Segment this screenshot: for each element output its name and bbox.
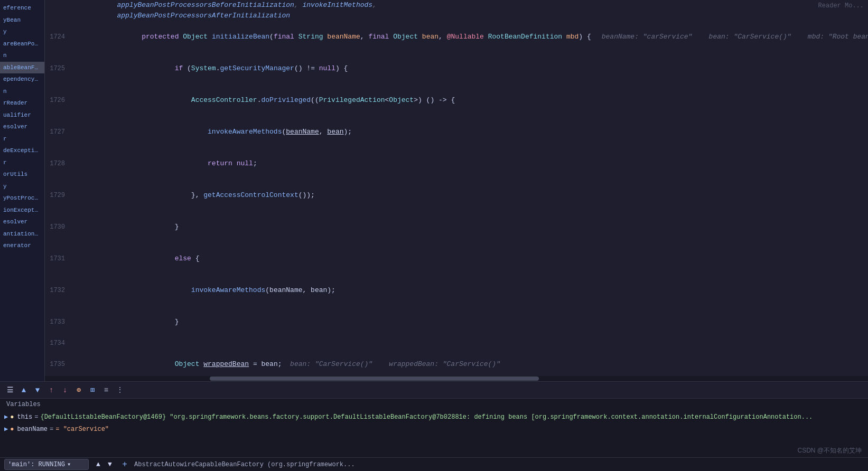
code-line-1724: 1724 protected Object initializeBean(fin…	[45, 21, 868, 53]
code-line-1733: 1733 }	[45, 306, 868, 338]
sidebar-item-2[interactable]: y	[0, 26, 44, 38]
var-name-beanname: beanName	[17, 425, 48, 435]
code-line-1731: 1731 else {	[45, 243, 868, 275]
sidebar-item-11[interactable]: r	[0, 133, 44, 145]
variable-row-beanname[interactable]: ▶ ● beanName = = "carService"	[0, 423, 868, 436]
var-type-icon-beanname: ●	[10, 425, 14, 435]
line-content-1728: return null;	[82, 148, 868, 180]
line-number-1731: 1731	[45, 253, 71, 264]
code-line-1728: 1728 return null;	[45, 148, 868, 180]
sidebar-item-7[interactable]: n	[0, 86, 44, 98]
variables-content: ▶ ● this = {DefaultListableBeanFactory@1…	[0, 410, 868, 457]
toolbar-btn-add-red[interactable]: ↑	[45, 384, 57, 396]
line-content-1727: invokeAwareMethods(beanName, bean);	[82, 116, 868, 148]
code-editor: Reader Mo... applyBeanPostProcessorsBefo…	[45, 0, 868, 381]
var-value-beanname: = "carService"	[55, 425, 109, 435]
add-frame-btn[interactable]: +	[119, 459, 130, 470]
toolbar-btn-down-blue[interactable]: ▼	[32, 384, 43, 396]
line-number-1725: 1725	[45, 63, 71, 74]
sidebar-item-17[interactable]: ionException	[0, 204, 44, 216]
thread-dropdown[interactable]: 'main': RUNNING ▾	[4, 459, 89, 470]
sidebar-item-1[interactable]: yBean	[0, 14, 44, 26]
editor-area: eference yBean y areBeanPostPro n ableBe…	[0, 0, 868, 381]
sidebar-item-18[interactable]: esolver	[0, 216, 44, 228]
line-number-1724: 1724	[45, 32, 71, 42]
thread-label: 'main': RUNNING	[8, 461, 65, 468]
line-content-1726: AccessController.doPrivileged((Privilege…	[82, 84, 868, 116]
code-line-1732: 1732 invokeAwareMethods(beanName, bean);	[45, 275, 868, 306]
code-line-top1: applyBeanPostProcessorsBeforeInitializat…	[45, 0, 868, 11]
sidebar-item-14[interactable]: orUtils	[0, 168, 44, 181]
line-content-1725: if (System.getSecurityManager() != null)…	[82, 53, 868, 84]
watermark: CSDN @不知名的艾坤	[797, 446, 862, 455]
line-number-1733: 1733	[45, 317, 71, 327]
sidebar-item-6[interactable]: ependencyDesc	[0, 73, 44, 86]
bottom-toolbar: ☰ ▲ ▼ ↑ ↓ ⊕ ⊞ ≡ ⋮	[0, 382, 868, 399]
toolbar-btn-menu[interactable]: ☰	[4, 384, 16, 396]
code-scroll-area[interactable]: applyBeanPostProcessorsBeforeInitializat…	[45, 0, 868, 376]
line-number-1732: 1732	[45, 285, 71, 296]
code-line-1734: 1734	[45, 338, 868, 348]
toolbar-btn-grid[interactable]: ⊞	[87, 384, 98, 396]
toolbar-btn-extra[interactable]: ⋮	[114, 384, 126, 396]
toolbar-btn-settings[interactable]: ≡	[100, 384, 112, 396]
line-number-1727: 1727	[45, 127, 71, 137]
code-line-1725: 1725 if (System.getSecurityManager() != …	[45, 53, 868, 84]
scrollbar-thumb	[210, 376, 539, 381]
sidebar-item-13[interactable]: r	[0, 157, 44, 169]
line-number-1729: 1729	[45, 190, 71, 201]
line-content: applyBeanPostProcessorsBeforeInitializat…	[82, 0, 868, 11]
sidebar-item-3[interactable]: areBeanPostPro	[0, 38, 44, 50]
code-line-1729: 1729 }, getAccessControlContext());	[45, 180, 868, 211]
variables-panel: Variables ▶ ● this = {DefaultListableBea…	[0, 399, 868, 457]
expand-icon-beanname[interactable]: ▶	[4, 425, 8, 435]
status-bar: 'main': RUNNING ▾ ▲ ▼ + AbstractAutowire…	[0, 457, 868, 471]
line-number-1735: 1735	[45, 359, 71, 370]
toolbar-btn-up-blue[interactable]: ▲	[18, 384, 30, 396]
main-container: eference yBean y areBeanPostPro n ableBe…	[0, 0, 868, 471]
sidebar-item-8[interactable]: rReader	[0, 97, 44, 109]
code-line-1727: 1727 invokeAwareMethods(beanName, bean);	[45, 116, 868, 148]
sidebar-item-19[interactable]: antiationStrategy	[0, 228, 44, 240]
code-line-1735: 1735 Object wrappedBean = bean; bean: "C…	[45, 348, 868, 376]
line-number-1730: 1730	[45, 222, 71, 232]
nav-up-btn[interactable]: ▲	[93, 459, 104, 470]
nav-down-btn[interactable]: ▼	[105, 459, 115, 470]
line-content-1730: }	[82, 211, 868, 243]
bottom-panel: ☰ ▲ ▼ ↑ ↓ ⊕ ⊞ ≡ ⋮ Variables ▶ ● this = {…	[0, 381, 868, 471]
code-line-1726: 1726 AccessController.doPrivileged((Priv…	[45, 84, 868, 116]
var-type-icon-this: ●	[10, 412, 14, 422]
line-content-1729: }, getAccessControlContext());	[82, 180, 868, 211]
line-content-1724: protected Object initializeBean(final St…	[82, 21, 868, 53]
var-name-this: this	[17, 412, 32, 422]
sidebar-item-9[interactable]: ualifier	[0, 109, 44, 121]
sidebar: eference yBean y areBeanPostPro n ableBe…	[0, 0, 45, 381]
horizontal-scrollbar[interactable]	[45, 376, 868, 381]
var-value-this: {DefaultListableBeanFactory@1469} "org.s…	[40, 412, 813, 422]
sidebar-item-12[interactable]: deException	[0, 145, 44, 157]
line-content-1735: Object wrappedBean = bean; bean: "CarSer…	[82, 348, 868, 376]
var-equals-this: =	[34, 412, 38, 422]
sidebar-item-15[interactable]: y	[0, 181, 44, 193]
variables-header: Variables	[0, 399, 868, 410]
dropdown-arrow: ▾	[67, 460, 71, 468]
variable-row-this[interactable]: ▶ ● this = {DefaultListableBeanFactory@1…	[0, 411, 868, 423]
toolbar-btn-watch-orange[interactable]: ⊕	[73, 384, 85, 396]
sidebar-item-16[interactable]: yPostProcessor	[0, 192, 44, 204]
line-number-1734: 1734	[45, 338, 71, 348]
sidebar-item-0[interactable]: eference	[0, 2, 44, 14]
line-number-1728: 1728	[45, 158, 71, 169]
sidebar-item-10[interactable]: esolver	[0, 121, 44, 133]
toolbar-btn-remove-red[interactable]: ↓	[59, 384, 71, 396]
sidebar-item-5[interactable]: ableBeanFactory	[0, 62, 44, 74]
frame-label: AbstractAutowireCapableBeanFactory (org.…	[134, 461, 864, 468]
line-content: applyBeanPostProcessorsAfterInitializati…	[82, 11, 868, 21]
code-line-top2: applyBeanPostProcessorsAfterInitializati…	[45, 11, 868, 21]
line-content-1731: else {	[82, 243, 868, 275]
sidebar-item-4[interactable]: n	[0, 50, 44, 62]
code-lines: applyBeanPostProcessorsBeforeInitializat…	[45, 0, 868, 376]
expand-icon-this[interactable]: ▶	[4, 412, 8, 422]
status-nav: ▲ ▼	[93, 459, 115, 470]
sidebar-item-20[interactable]: enerator	[0, 240, 44, 252]
line-number-1726: 1726	[45, 95, 71, 106]
